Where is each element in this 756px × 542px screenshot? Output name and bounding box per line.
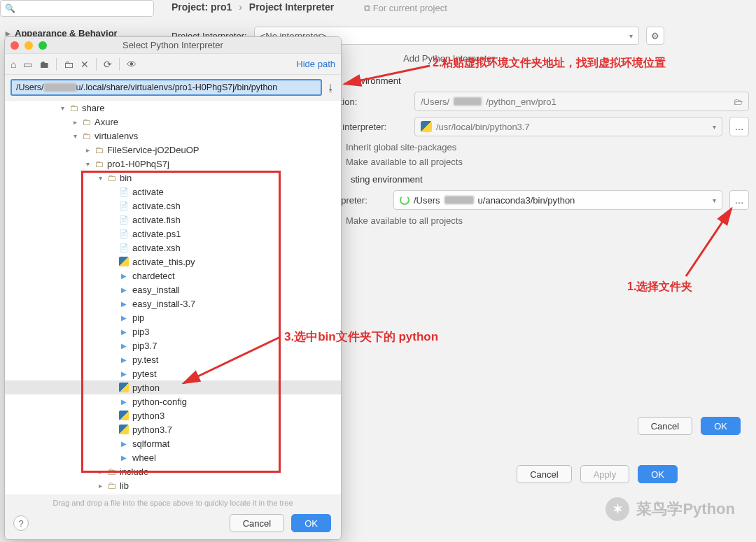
tree-folder-axure[interactable]: ▸🗀Axure xyxy=(5,115,341,129)
add-cancel-button[interactable]: Cancel xyxy=(638,417,692,435)
existing-interpreter-select[interactable]: /Usersu/anaconda3/bin/python▾ xyxy=(393,190,722,210)
tree-folder-fileservice[interactable]: ▸🗀FileService-jO2DeuOP xyxy=(5,143,341,157)
history-icon[interactable]: ⭳ xyxy=(326,83,335,93)
file-tree[interactable]: ▾🗀share▸🗀Axure▾🗀virtualenvs▸🗀FileService… xyxy=(5,100,341,494)
annotation-2: 2.粘贴虚拟环境文件夹地址，找到虚拟环境位置 xyxy=(433,56,666,71)
tree-file-easy-install-3-7[interactable]: ▶easy_install-3.7 xyxy=(5,297,341,311)
new-folder-icon[interactable]: 🗀 xyxy=(64,59,74,70)
tree-file-activate-xsh[interactable]: 📄activate.xsh xyxy=(5,241,341,255)
tree-file-activate-this-py[interactable]: activate_this.py xyxy=(5,255,341,269)
new-env-label: environment xyxy=(351,76,401,86)
inherit-label: Inherit global site-packages xyxy=(346,142,456,152)
tree-file-activate[interactable]: 📄activate xyxy=(5,185,341,199)
tree-file-wheel[interactable]: ▶wheel xyxy=(5,450,341,464)
tree-folder-share[interactable]: ▾🗀share xyxy=(5,101,341,115)
hide-path-link[interactable]: Hide path xyxy=(296,59,335,69)
tree-folder-bin[interactable]: ▾🗀bin xyxy=(5,171,341,185)
dialog-title: Select Python Interpreter xyxy=(5,40,341,50)
tree-file-pytest[interactable]: ▶pytest xyxy=(5,366,341,380)
project-icon[interactable]: 🖿 xyxy=(39,59,49,70)
tree-file-activate-ps1[interactable]: 📄activate.ps1 xyxy=(5,227,341,241)
tree-file-easy-install[interactable]: ▶easy_install xyxy=(5,283,341,297)
help-button[interactable]: ? xyxy=(13,515,29,531)
delete-icon[interactable]: ✕ xyxy=(80,59,89,70)
file-picker-dialog: Select Python Interpreter ⌂ ▭ 🖿 🗀 ✕ ⟳ 👁 … xyxy=(4,36,342,540)
existing-env-label: sting environment xyxy=(351,174,423,185)
desktop-icon[interactable]: ▭ xyxy=(23,59,32,70)
add-ok-button[interactable]: OK xyxy=(701,417,741,435)
tree-folder-lib[interactable]: ▸🗀lib xyxy=(5,478,341,492)
path-input[interactable]: /Users/u/.local/share/virtualenvs/pro1-H… xyxy=(10,79,322,96)
base-interpreter-label: se interpreter: xyxy=(330,122,407,132)
tree-file-sqlformat[interactable]: ▶sqlformat xyxy=(5,436,341,450)
file-picker-toolbar: ⌂ ▭ 🖿 🗀 ✕ ⟳ 👁 Hide path xyxy=(5,54,341,75)
tree-file-pip[interactable]: ▶pip xyxy=(5,311,341,325)
existing-interpreter-browse[interactable]: … xyxy=(729,190,749,210)
home-icon[interactable]: ⌂ xyxy=(10,59,16,70)
tree-folder-src[interactable]: ▸🗀src xyxy=(5,492,341,494)
loading-icon xyxy=(400,195,410,205)
settings-cancel-button[interactable]: Cancel xyxy=(517,465,571,483)
tree-file-activate-csh[interactable]: 📄activate.csh xyxy=(5,199,341,213)
gear-icon: ⚙ xyxy=(651,31,659,41)
settings-search[interactable]: 🔍 xyxy=(0,0,154,17)
available-all-label-1: Make available to all projects xyxy=(346,157,463,167)
location-label: cation: xyxy=(330,97,407,107)
interpreter-settings-button[interactable]: ⚙ xyxy=(646,27,664,45)
refresh-icon[interactable]: ⟳ xyxy=(104,59,112,70)
tree-file-python-config[interactable]: ▶python-config xyxy=(5,394,341,408)
tree-file-chardetect[interactable]: ▶chardetect xyxy=(5,269,341,283)
tree-folder-pro1[interactable]: ▾🗀pro1-H0PhqS7j xyxy=(5,157,341,171)
picker-cancel-button[interactable]: Cancel xyxy=(230,514,284,532)
python-icon xyxy=(421,121,432,132)
drag-hint: Drag and drop a file into the space abov… xyxy=(5,499,341,507)
location-input[interactable]: /Users//python_env/pro1🗁 xyxy=(414,92,749,111)
breadcrumb: Project: pro1 › Project Interpreter xyxy=(172,1,334,13)
tree-folder-virtualenvs[interactable]: ▾🗀virtualenvs xyxy=(5,129,341,143)
folder-open-icon[interactable]: 🗁 xyxy=(734,97,743,107)
settings-ok-button[interactable]: OK xyxy=(638,465,678,483)
tree-file-py-test[interactable]: ▶py.test xyxy=(5,352,341,366)
tree-file-python[interactable]: python xyxy=(5,380,341,394)
search-icon: 🔍 xyxy=(5,3,15,13)
show-hidden-icon[interactable]: 👁 xyxy=(127,59,136,70)
tree-file-python3[interactable]: python3 xyxy=(5,408,341,422)
base-interpreter-select[interactable]: /usr/local/bin/python3.7▾ xyxy=(414,117,722,136)
annotation-3: 3.选中bin文件夹下的 python xyxy=(284,329,438,345)
tree-file-python3-7[interactable]: python3.7 xyxy=(5,422,341,436)
watermark: ✶ 菜鸟学Python xyxy=(606,497,735,521)
tree-folder-include[interactable]: ▸🗀include xyxy=(5,464,341,478)
base-interpreter-browse[interactable]: … xyxy=(729,117,749,136)
picker-ok-button[interactable]: OK xyxy=(291,514,331,532)
available-all-label-2: Make available to all projects xyxy=(346,215,463,226)
wechat-icon: ✶ xyxy=(606,497,629,521)
annotation-1: 1.选择文件夹 xyxy=(627,280,692,294)
tree-file-activate-fish[interactable]: 📄activate.fish xyxy=(5,213,341,227)
for-current-label: ⧉ For current project xyxy=(364,3,447,14)
settings-apply-button[interactable]: Apply xyxy=(580,465,630,483)
